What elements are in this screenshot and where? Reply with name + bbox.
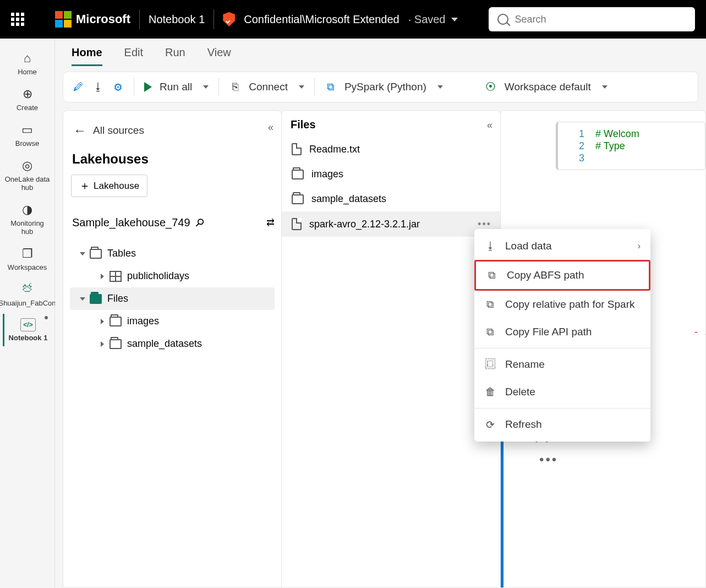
add-lakehouse-button[interactable]: ＋ Lakehouse — [71, 175, 147, 197]
divider — [139, 9, 140, 29]
ctx-delete[interactable]: 🗑 Delete — [474, 378, 650, 406]
ctx-label: Copy ABFS path — [507, 269, 584, 281]
layers-icon: ❐ — [20, 247, 35, 261]
chevron-icon — [80, 297, 85, 301]
tree-folder-item[interactable]: images — [70, 310, 275, 333]
rail-user-workspace[interactable]: ෪Shuaijun_FabCon — [3, 278, 52, 312]
ctx-label: Load data — [505, 240, 552, 252]
rail-label: Shuaijun_FabCon — [0, 299, 56, 307]
ctx-copy-api[interactable]: ⧉ Copy File API path — [474, 318, 650, 346]
lakehouse-name: Sample_lakehouse_749 — [72, 216, 190, 229]
connect-button[interactable]: ⎘ Connect — [229, 81, 304, 93]
tree-folder-item[interactable]: sample_datasets — [70, 333, 275, 355]
tab-home[interactable]: Home — [72, 46, 102, 66]
file-row[interactable]: Readme.txt — [282, 137, 500, 162]
chevron-icon — [101, 341, 104, 347]
download-icon[interactable]: ⭳ — [92, 81, 104, 93]
search-field[interactable] — [489, 7, 696, 31]
more-icon[interactable]: ••• — [478, 219, 491, 230]
pin-icon[interactable]: ⚲ — [192, 215, 207, 230]
microsoft-logo[interactable]: Microsoft — [55, 11, 130, 28]
tree-label: Tables — [107, 248, 136, 259]
collapse-icon[interactable]: « — [487, 119, 492, 131]
save-icon[interactable]: 🖉 — [72, 81, 84, 93]
sources-panel: ← All sources « Lakehouses ＋ Lakehouse S… — [63, 110, 282, 588]
ctx-load-data[interactable]: ⭳ Load data › — [474, 232, 650, 260]
ctx-copy-abfs[interactable]: ⧉ Copy ABFS path — [474, 260, 650, 291]
language-selector[interactable]: ⧉ PySpark (Python) — [325, 81, 443, 93]
cell-more-icon[interactable]: ••• — [539, 452, 558, 467]
rail-home[interactable]: ⌂Home — [3, 47, 52, 80]
file-row[interactable]: sample_datasets — [282, 187, 500, 211]
tree-table-item[interactable]: publicholidays — [70, 265, 275, 287]
ctx-label: Copy relative path for Spark — [505, 298, 635, 311]
rail-browse[interactable]: ▭Browse — [3, 118, 52, 152]
rail-workspaces[interactable]: ❐Workspaces — [3, 242, 52, 276]
ctx-rename[interactable]: ⿴ Rename — [474, 351, 650, 378]
rail-monitoring[interactable]: ◑Monitoring hub — [3, 198, 52, 240]
rail-notebook[interactable]: </> Notebook 1 — [3, 314, 52, 346]
folder-icon — [90, 249, 102, 259]
folder-icon — [292, 194, 304, 204]
file-icon — [292, 143, 302, 155]
play-icon — [144, 82, 152, 92]
env-label: Workspace default — [505, 81, 591, 93]
plus-icon: ＋ — [79, 178, 90, 193]
rail-label: Workspaces — [8, 263, 47, 271]
code-cell[interactable]: 1# Welcom 2# Type 3 — [556, 122, 705, 170]
copy-icon: ⧉ — [484, 298, 496, 311]
code-fragment: - A — [693, 325, 706, 337]
rail-create[interactable]: ⊕Create — [3, 83, 52, 116]
folder-icon: ▭ — [20, 123, 35, 137]
rail-label: OneLake data hub — [5, 175, 50, 192]
language-label: PySpark (Python) — [344, 81, 426, 93]
swap-icon[interactable]: ⇄ — [266, 216, 275, 228]
lakehouse-name-row[interactable]: Sample_lakehouse_749 ⚲ ⇄ — [72, 216, 275, 229]
rename-icon: ⿴ — [484, 358, 496, 371]
notebook-name[interactable]: Notebook 1 — [149, 13, 205, 26]
ctx-refresh[interactable]: ⟳ Refresh — [474, 411, 650, 438]
left-rail: ⌂Home ⊕Create ▭Browse ◎OneLake data hub … — [0, 39, 55, 588]
chevron-down-icon — [602, 85, 608, 89]
rail-onelake[interactable]: ◎OneLake data hub — [3, 154, 52, 196]
compass-icon: ◑ — [20, 203, 35, 217]
file-label: Readme.txt — [309, 144, 360, 155]
search-input[interactable] — [515, 14, 687, 25]
tree-tables[interactable]: Tables — [70, 242, 275, 265]
file-row[interactable]: images — [282, 162, 500, 187]
plus-circle-icon: ⊕ — [20, 87, 35, 101]
waffle-icon[interactable] — [11, 13, 24, 26]
toolbar: 🖉 ⭳ ⚙ Run all ⎘ Connect ⧉ PySpark (Pytho… — [63, 72, 698, 102]
ctx-label: Delete — [505, 386, 535, 398]
file-row-selected[interactable]: spark-avro_2.12-3.2.1.jar ••• — [282, 211, 500, 237]
ctx-label: Copy File API path — [505, 326, 592, 338]
files-panel: Files « Readme.txt images sample_dataset… — [282, 110, 501, 588]
environment-selector[interactable]: ⦿ Workspace default — [485, 81, 608, 93]
tab-run[interactable]: Run — [165, 46, 185, 66]
confidentiality-label[interactable]: Confidential\Microsoft Extended — [244, 13, 399, 26]
back-label: All sources — [93, 124, 144, 137]
ctx-copy-relative[interactable]: ⧉ Copy relative path for Spark — [474, 291, 650, 318]
save-status[interactable]: · Saved — [408, 13, 458, 26]
divider — [218, 78, 219, 96]
tab-view[interactable]: View — [207, 46, 231, 66]
copy-icon: ⧉ — [484, 326, 496, 338]
tree-files[interactable]: Files — [70, 287, 275, 310]
trash-icon: 🗑 — [484, 386, 496, 398]
collapse-icon[interactable]: « — [268, 122, 273, 133]
table-icon — [110, 271, 122, 282]
run-all-button[interactable]: Run all — [144, 81, 209, 93]
tab-edit[interactable]: Edit — [124, 46, 143, 66]
brand-text: Microsoft — [76, 12, 130, 26]
tree-label: sample_datasets — [127, 338, 202, 350]
onelake-icon: ◎ — [20, 159, 35, 173]
save-status-text: · Saved — [408, 13, 446, 26]
copy-icon: ⧉ — [486, 269, 498, 281]
code-line: # Type — [595, 140, 628, 151]
files-title: Files — [282, 118, 500, 137]
rail-label: Notebook 1 — [9, 334, 48, 342]
chevron-down-icon — [299, 85, 304, 89]
settings-icon[interactable]: ⚙ — [112, 81, 124, 93]
divider — [314, 78, 315, 96]
back-all-sources[interactable]: ← All sources — [70, 121, 275, 140]
